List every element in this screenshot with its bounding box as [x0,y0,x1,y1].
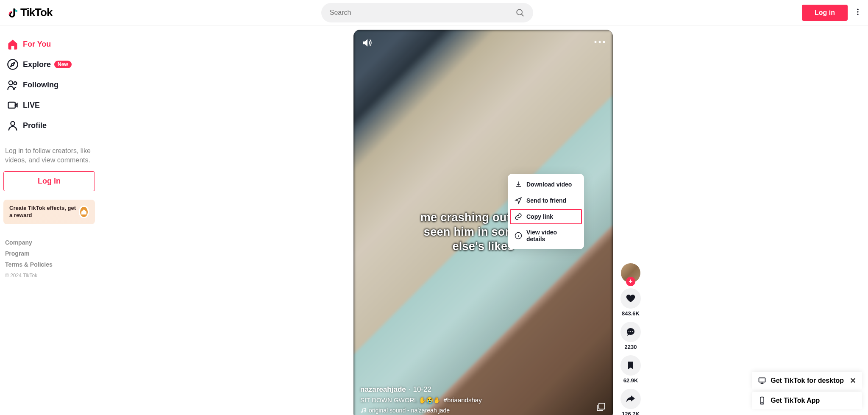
person-icon [7,120,19,131]
action-rail: + 843.6K 2230 62.9K [620,263,641,415]
ctx-view-video-details[interactable]: View video details [508,225,584,247]
svg-point-21 [762,402,762,403]
search-input[interactable] [330,9,515,17]
nav-live[interactable]: LIVE [3,95,95,115]
caption-text: SIT DOWN GWORL [360,396,418,404]
svg-point-16 [629,331,629,332]
author-avatar[interactable]: + [620,263,641,283]
login-button-header[interactable]: Log in [802,5,848,21]
follow-plus-icon[interactable]: + [626,277,635,286]
nav-following[interactable]: Following [3,75,95,95]
svg-point-18 [632,331,633,332]
nav-explore[interactable]: Explore New [3,54,95,75]
multi-clip-icon[interactable] [596,402,606,412]
svg-point-2 [857,11,858,12]
home-icon [7,38,19,50]
brand-text: TikTok [20,6,52,19]
ctx-copy-link[interactable]: Copy link [509,209,582,225]
mobile-icon [758,396,766,405]
date-separator: · [409,385,411,394]
svg-point-4 [8,59,17,69]
left-sidebar: For You Explore New Following LIVE Profi… [0,25,98,415]
svg-rect-15 [599,403,605,409]
more-options-icon[interactable] [594,37,605,45]
svg-point-14 [364,411,366,412]
effects-promo-card[interactable]: Create TikTok effects, get a reward [3,200,95,224]
live-icon [7,99,19,111]
like-button[interactable] [620,288,641,309]
footer-program[interactable]: Program [3,248,95,259]
hashtag-link[interactable]: #briaandshay [444,396,482,404]
svg-point-5 [9,81,13,85]
close-icon[interactable]: ✕ [850,376,856,385]
svg-point-1 [857,8,858,10]
search-icon[interactable] [515,8,525,17]
svg-rect-7 [8,102,15,108]
new-badge: New [54,61,72,68]
nav-label: LIVE [23,101,40,110]
svg-point-13 [361,411,363,413]
svg-point-0 [517,9,522,15]
author-username[interactable]: nazareahjade [360,385,406,394]
compass-icon [7,58,19,70]
like-count: 843.6K [620,310,641,317]
ctx-download-video[interactable]: Download video [508,176,584,192]
svg-point-10 [599,41,601,43]
people-icon [7,79,19,91]
nav-label: Explore [23,60,51,69]
search-bar[interactable] [321,3,533,22]
video-meta: nazareahjade · 10-22 SIT DOWN GWORL ✋😭✋ … [360,385,587,414]
video-player[interactable]: me crashing out after i seen him in some… [353,30,613,415]
tiktok-logo[interactable]: TikTok [6,6,52,19]
footer-company[interactable]: Company [3,237,95,248]
footer-links: Company Program Terms & Policies © 2024 … [3,237,95,281]
sound-link[interactable]: original sound - na'zareah jade [360,407,587,414]
svg-point-3 [857,14,858,15]
effects-house-icon [79,206,89,218]
footer-terms[interactable]: Terms & Policies [3,259,95,270]
caption-emoji: ✋😭✋ [419,397,440,404]
svg-point-9 [595,41,597,43]
nav-for-you[interactable]: For You [3,34,95,54]
nav-label: For You [23,40,51,49]
comment-button[interactable] [620,322,641,342]
bookmark-count: 62.9K [620,377,641,384]
top-header: TikTok Log in [0,0,868,25]
nav-profile[interactable]: Profile [3,115,95,136]
comment-count: 2230 [620,344,641,350]
context-menu: Download video Send to friend Copy link … [508,174,584,249]
copyright-text: © 2024 TikTok [3,270,95,281]
volume-icon[interactable] [361,37,372,48]
get-app-promo[interactable]: Get TikTok App [752,392,862,409]
kebab-menu-icon[interactable] [854,8,862,18]
effects-promo-text: Create TikTok effects, get a reward [9,205,79,219]
post-date: 10-22 [413,385,431,394]
bookmark-button[interactable] [620,355,641,376]
svg-point-11 [603,41,605,43]
login-button-sidebar[interactable]: Log in [3,171,95,191]
main-feed: me crashing out after i seen him in some… [98,25,868,415]
get-desktop-promo[interactable]: Get TikTok for desktop ✕ [752,372,862,390]
ctx-send-to-friend[interactable]: Send to friend [508,192,584,209]
svg-point-8 [11,122,14,125]
nav-label: Following [23,81,58,89]
share-button[interactable] [620,389,641,409]
svg-rect-19 [759,378,765,382]
login-prompt-text: Log in to follow creators, like videos, … [3,146,95,171]
sidebar-divider [3,141,95,141]
share-count: 126.7K [620,411,641,415]
svg-point-6 [14,82,17,85]
bottom-right-promos: Get TikTok for desktop ✕ Get TikTok App [752,372,862,409]
nav-label: Profile [23,121,47,130]
desktop-icon [758,376,766,385]
svg-point-17 [630,331,631,332]
